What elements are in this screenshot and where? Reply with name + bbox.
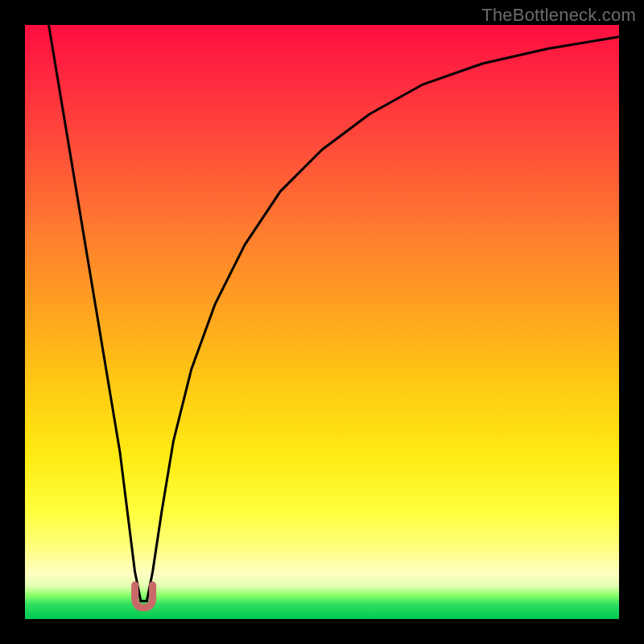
bottleneck-curve <box>25 25 619 619</box>
chart-frame: TheBottleneck.com <box>0 0 644 644</box>
plot-area <box>25 25 619 619</box>
source-attribution: TheBottleneck.com <box>481 5 636 26</box>
